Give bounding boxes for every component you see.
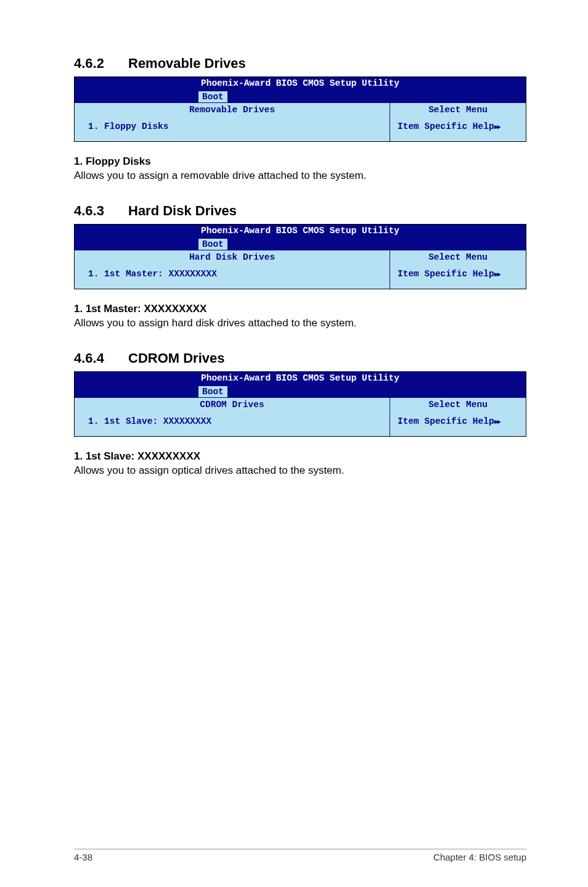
bios-utility-title: Phoenix-Award BIOS CMOS Setup Utility xyxy=(75,372,526,384)
section-number: 4.6.2 xyxy=(74,56,128,72)
bios-tab-row: Boot xyxy=(75,89,526,102)
section-heading: 4.6.4 CDROM Drives xyxy=(74,350,526,366)
bios-tab-row: Boot xyxy=(75,236,526,250)
bios-utility-title: Phoenix-Award BIOS CMOS Setup Utility xyxy=(75,77,526,89)
help-text: Item Specific Help xyxy=(398,122,494,131)
panel-title: Hard Disk Drives xyxy=(75,250,390,264)
subheading: 1. 1st Master: XXXXXXXXX xyxy=(74,303,526,315)
description: Allows you to assign optical drives atta… xyxy=(74,464,526,478)
bios-panel-header: Removable Drives Select Menu xyxy=(75,102,526,117)
bios-panel-header: Hard Disk Drives Select Menu xyxy=(75,250,526,264)
subheading: 1. 1st Slave: XXXXXXXXX xyxy=(74,450,526,463)
section-number: 4.6.4 xyxy=(74,350,128,366)
bios-panel-body: 1. Floppy Disks Item Specific Help xyxy=(75,117,526,141)
bios-help: Item Specific Help xyxy=(390,411,526,436)
description: Allows you to assign hard disk drives at… xyxy=(74,316,526,331)
bios-screenshot-cdrom: Phoenix-Award BIOS CMOS Setup Utility Bo… xyxy=(74,371,526,437)
section-heading: 4.6.3 Hard Disk Drives xyxy=(74,203,526,219)
arrow-icon xyxy=(494,122,500,131)
arrow-icon xyxy=(494,269,500,279)
section-title-text: Hard Disk Drives xyxy=(128,203,237,219)
bios-panel-body: 1. 1st Master: XXXXXXXXX Item Specific H… xyxy=(75,264,526,289)
section-number: 4.6.3 xyxy=(74,203,128,219)
help-text: Item Specific Help xyxy=(398,269,494,279)
bios-screenshot-harddisk: Phoenix-Award BIOS CMOS Setup Utility Bo… xyxy=(74,224,526,289)
section-heading: 4.6.2 Removable Drives xyxy=(74,56,526,72)
bios-utility-title: Phoenix-Award BIOS CMOS Setup Utility xyxy=(75,225,526,236)
select-menu-title: Select Menu xyxy=(390,398,526,411)
bios-item: 1. 1st Slave: XXXXXXXXX xyxy=(75,411,390,436)
page-number: 4-38 xyxy=(74,852,92,862)
arrow-icon xyxy=(494,416,500,426)
bios-help: Item Specific Help xyxy=(390,117,526,141)
section-title-text: Removable Drives xyxy=(128,56,246,72)
page-footer: 4-38 Chapter 4: BIOS setup xyxy=(74,849,526,862)
help-text: Item Specific Help xyxy=(398,416,494,426)
bios-panel-header: CDROM Drives Select Menu xyxy=(75,397,526,411)
subheading: 1. Floppy Disks xyxy=(74,155,526,168)
description: Allows you to assign a removable drive a… xyxy=(74,169,526,183)
panel-title: CDROM Drives xyxy=(75,398,390,411)
bios-help: Item Specific Help xyxy=(390,264,526,289)
section-title-text: CDROM Drives xyxy=(128,350,224,366)
bios-item: 1. Floppy Disks xyxy=(75,117,390,141)
panel-title: Removable Drives xyxy=(75,103,390,117)
bios-tab-row: Boot xyxy=(75,384,526,397)
bios-item: 1. 1st Master: XXXXXXXXX xyxy=(75,264,390,289)
bios-screenshot-removable: Phoenix-Award BIOS CMOS Setup Utility Bo… xyxy=(74,76,526,142)
bios-panel-body: 1. 1st Slave: XXXXXXXXX Item Specific He… xyxy=(75,411,526,436)
boot-tab: Boot xyxy=(198,91,228,102)
chapter-label: Chapter 4: BIOS setup xyxy=(433,852,526,862)
select-menu-title: Select Menu xyxy=(390,103,526,117)
boot-tab: Boot xyxy=(198,238,228,250)
boot-tab: Boot xyxy=(198,386,228,397)
select-menu-title: Select Menu xyxy=(390,250,526,264)
